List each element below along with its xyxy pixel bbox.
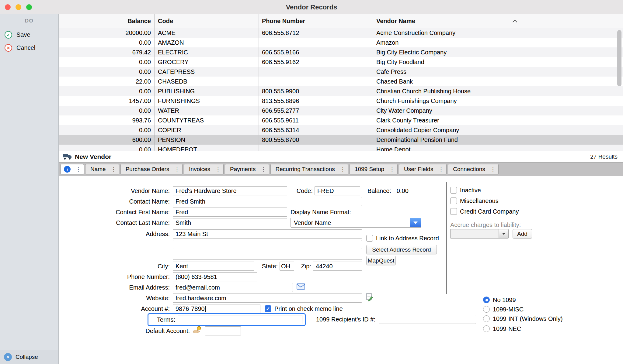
tab-user-fields[interactable]: User Fields⋮	[399, 164, 447, 174]
email-address-input[interactable]	[173, 283, 293, 292]
table-row[interactable]: 0.00HOMEDEPOTHome Depot	[59, 145, 623, 151]
save-button[interactable]: ✓ Save	[0, 28, 58, 41]
account-number-input[interactable]: 9876-7890	[173, 304, 260, 313]
table-cell	[522, 38, 623, 47]
contact-last-name-input[interactable]	[173, 218, 287, 227]
tab-connections[interactable]: Connections⋮	[448, 164, 499, 174]
send-email-icon[interactable]	[297, 283, 305, 290]
radio-label: 1099-NEC	[493, 325, 521, 332]
radio-icon	[483, 325, 490, 332]
column-header-balance[interactable]: Balance	[59, 14, 155, 28]
table-scrollbar[interactable]	[617, 30, 621, 148]
contact-first-name-label: Contact First Name:	[59, 208, 170, 217]
checkbox-credit-card-company[interactable]: Credit Card Company	[450, 208, 519, 215]
chevron-down-icon[interactable]	[499, 229, 508, 238]
contact-name-input[interactable]	[173, 197, 362, 206]
tab-label: 1099 Setup	[355, 166, 384, 173]
table-row[interactable]: 0.00AMAZONAmazon	[59, 38, 623, 47]
city-input[interactable]	[173, 262, 254, 271]
table-cell: 0.00	[59, 145, 155, 151]
contact-first-name-input[interactable]	[173, 208, 287, 217]
column-label: Code	[158, 18, 173, 25]
radio-no-1099[interactable]: No 1099	[483, 296, 516, 304]
table-row[interactable]: 1457.00FURNISHINGS813.555.8896Church Fur…	[59, 96, 623, 106]
table-row[interactable]: 0.00GROCERY606.555.9162Big City Foodland	[59, 57, 623, 67]
tab-recurring-transactions[interactable]: Recurring Transactions⋮	[270, 164, 348, 174]
radio-1099-nec[interactable]: 1099-NEC	[483, 325, 521, 333]
checkbox-inactive[interactable]: Inactive	[450, 186, 481, 194]
save-label: Save	[16, 31, 30, 38]
contact-name-label: Contact Name:	[59, 197, 170, 206]
checkbox-miscellaneous[interactable]: Miscellaneous	[450, 197, 499, 205]
tab-drag-handle[interactable]: ⋮	[173, 166, 181, 173]
default-account-input[interactable]	[205, 326, 241, 335]
balance-display: Balance: 0.00	[367, 186, 409, 195]
mapquest-button[interactable]: MapQuest	[366, 256, 396, 265]
tab-1099-setup[interactable]: 1099 Setup⋮	[350, 164, 398, 174]
chevron-down-icon[interactable]	[410, 218, 421, 227]
tab-payments[interactable]: Payments⋮	[225, 164, 269, 174]
column-header-vendor-name[interactable]: Vendor Name	[373, 14, 522, 28]
table-cell: Big City Foodland	[373, 57, 522, 67]
checkbox-label: Miscellaneous	[460, 197, 499, 204]
save-check-icon: ✓	[5, 31, 12, 39]
column-label: Balance	[127, 18, 151, 25]
display-name-format-select[interactable]: Vendor Name	[291, 218, 421, 228]
table-cell: Acme Construction Company	[373, 28, 522, 38]
radio-1099-int-windows-only[interactable]: 1099-INT (Windows Only)	[483, 315, 563, 323]
tab-drag-handle[interactable]: ⋮	[214, 166, 222, 173]
tab-drag-handle[interactable]: ⋮	[339, 166, 347, 173]
address-line2-input[interactable]	[173, 240, 362, 249]
cancel-button[interactable]: ✕ Cancel	[0, 41, 58, 54]
add-liability-button[interactable]: Add	[513, 229, 532, 239]
table-row[interactable]: 0.00PUBLISHING800.555.9900Christian Chur…	[59, 86, 623, 96]
table-row[interactable]: 0.00COPIER606.555.6314Consolidated Copie…	[59, 125, 623, 135]
phone-number-input[interactable]	[173, 272, 257, 281]
tab-info[interactable]: i ⋮	[61, 164, 84, 174]
table-cell	[522, 77, 623, 86]
address-line1-input[interactable]	[173, 229, 362, 239]
tab-invoices[interactable]: Invoices⋮	[184, 164, 224, 174]
state-input[interactable]	[280, 262, 294, 271]
default-account-lookup-icon[interactable]	[193, 325, 202, 334]
scrollbar-thumb[interactable]	[617, 30, 621, 86]
code-input[interactable]	[315, 186, 360, 195]
checkbox-label: Inactive	[460, 187, 481, 194]
collapse-button[interactable]: « Collapse	[0, 350, 58, 364]
accrue-liability-select[interactable]	[450, 229, 509, 239]
tab-drag-handle[interactable]: ⋮	[110, 166, 118, 173]
address-line3-input[interactable]	[173, 251, 362, 260]
radio-1099-misc[interactable]: 1099-MISC	[483, 305, 524, 313]
tab-drag-handle[interactable]: ⋮	[259, 166, 268, 173]
link-to-address-record-checkbox[interactable]: Link to Address Record	[366, 234, 439, 242]
open-website-icon[interactable]	[366, 293, 374, 302]
table-cell: 606.555.9162	[259, 57, 373, 67]
tab-purchase-orders[interactable]: Purchase Orders⋮	[120, 164, 183, 174]
select-address-record-button[interactable]: Select Address Record	[366, 245, 437, 254]
phone-number-label: Phone Number:	[59, 272, 170, 281]
zip-input[interactable]	[313, 262, 362, 271]
table-row[interactable]: 993.76COUNTYTREAS606.555.9611Clark Count…	[59, 115, 623, 125]
vendor-records-window: Vendor Records DO ✓ Save ✕ Cancel « Coll…	[0, 0, 623, 364]
table-row[interactable]: 0.00WATER606.555.2777City Water Company	[59, 106, 623, 115]
recipient-id-input[interactable]	[379, 315, 476, 324]
table-row[interactable]: 0.00CAFEPRESSCafe Press	[59, 67, 623, 77]
column-header-phone-number[interactable]: Phone Number	[259, 14, 373, 28]
table-cell: Amazon	[373, 38, 522, 47]
column-header-code[interactable]: Code	[155, 14, 259, 28]
table-row[interactable]: 20000.00ACME606.555.8712Acme Constructio…	[59, 28, 623, 38]
table-cell: 813.555.8896	[259, 96, 373, 106]
sidebar-header: DO	[0, 18, 58, 24]
table-row[interactable]: 600.00PENSION800.555.8700Denominational …	[59, 135, 623, 145]
print-on-check-memo-checkbox[interactable]: ✓ Print on check memo line	[265, 305, 343, 313]
tab-drag-handle[interactable]: ⋮	[437, 166, 445, 173]
tab-drag-handle[interactable]: ⋮	[74, 166, 82, 173]
tab-label: Name	[90, 166, 106, 173]
tab-label: Connections	[453, 166, 485, 173]
tab-drag-handle[interactable]: ⋮	[489, 166, 497, 173]
table-row[interactable]: 679.42ELECTRIC606.555.9166Big City Elect…	[59, 47, 623, 57]
tab-name[interactable]: Name⋮	[85, 164, 119, 174]
table-row[interactable]: 22.00CHASEDBChased Bank	[59, 77, 623, 86]
website-input[interactable]	[173, 294, 362, 303]
tab-drag-handle[interactable]: ⋮	[388, 166, 396, 173]
